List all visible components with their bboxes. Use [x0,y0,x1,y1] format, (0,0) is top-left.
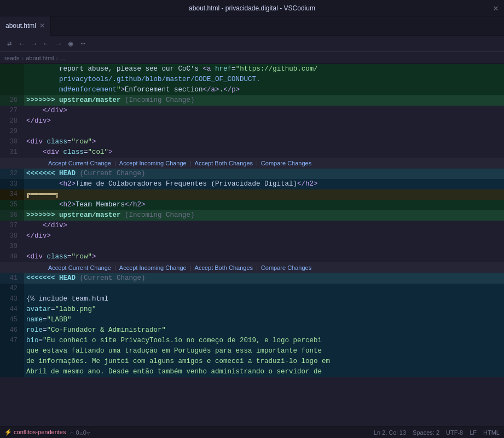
settings-icon[interactable]: ◉ [66,38,76,49]
code-line: 45 name="LABB" [0,315,504,325]
line-number [0,74,24,85]
merge-sep-5: | [190,264,192,271]
language-mode[interactable]: HTML [483,429,500,436]
titlebar-title: about.html - privacidade.digital - VSCod… [189,4,315,12]
tab-about-html[interactable]: about.html ✕ [0,16,51,36]
code-line: report abuse, please see our CoC's <a hr… [0,64,504,74]
tab-close-icon[interactable]: ✕ [39,22,45,30]
line-number: 46 [0,325,24,336]
line-number: 39 [0,241,24,252]
line-content: <div class="row"> [24,252,504,262]
breadcrumb-file[interactable]: about.html [26,55,54,61]
titlebar: about.html - privacidade.digital - VSCod… [0,0,504,16]
line-content: </div> [24,221,504,231]
compare-changes-button-2[interactable]: Compare Changes [261,264,311,271]
line-number: 31 [0,147,24,158]
code-line: 38 </div> [0,231,504,241]
line-number [0,346,24,356]
line-content: Abril de mesmo ano. Desde então também v… [24,367,504,377]
line-content: de informações. Me juntei com alguns ami… [24,356,504,367]
prev-icon[interactable]: ← [16,38,26,49]
merge-sep-6: | [256,264,258,271]
merge-sep-4: | [114,264,116,271]
code-line: de informações. Me juntei com alguns ami… [0,356,504,367]
accept-incoming-change-button-2[interactable]: Accept Incoming Change [119,264,187,271]
line-number: 26 [0,95,24,106]
line-content: <div class="row"> [24,137,504,147]
breadcrumb-sep2: › [56,55,59,61]
code-line: 28 </div> [0,116,504,126]
breadcrumb-reads[interactable]: reads [4,55,20,61]
accept-both-changes-button-1[interactable]: Accept Both Changes [195,160,253,166]
indentation[interactable]: Spaces: 2 [413,429,439,436]
code-line: 46 role="Co-Fundador & Administrador" [0,325,504,336]
breadcrumb-more[interactable]: ... [60,55,65,61]
code-line: 34 ╔══════╗ [0,189,504,200]
code-line: md#enforcement">Enforcement section</a>.… [0,85,504,95]
code-line: 30 <div class="row"> [0,137,504,147]
code-line: 39 [0,241,504,252]
merge-actions-1: Accept Current Change | Accept Incoming … [0,158,504,169]
line-content: </div> [24,231,504,241]
line-number: 27 [0,106,24,116]
next-icon[interactable]: → [29,38,39,49]
git-status[interactable]: ⑃ 0△0▽ [70,429,90,436]
breadcrumb: reads › about.html › ... [0,52,504,64]
line-content: que estava faltando uma tradução em Port… [24,346,504,356]
tabbar: about.html ✕ [0,16,504,36]
line-content: >>>>>>> upstream/master (Incoming Change… [24,210,504,221]
accept-incoming-change-button-1[interactable]: Accept Incoming Change [119,160,187,166]
line-number: 41 [0,273,24,284]
conflicts-status[interactable]: ⚡ conflitos-pendentes [4,429,66,436]
code-line: 33 <h2>Time de Colaboradores Frequentes … [0,179,504,189]
line-content: <<<<<<< HEAD (Current Change) [24,273,504,284]
line-number: 30 [0,137,24,147]
line-content: report abuse, please see our CoC's <a hr… [24,64,504,74]
line-content: {% include team.html [24,294,504,304]
breadcrumb-sep1: › [22,55,24,61]
code-line: 44 avatar="labb.png" [0,304,504,315]
code-line: 31 <div class="col"> [0,147,504,158]
more-icon[interactable]: ⋯ [78,38,88,49]
line-content: bio="Eu conheci o site PrivacyTools.io n… [24,336,504,346]
code-line: 42 [0,284,504,294]
eol[interactable]: LF [470,429,477,436]
merge-sep-1: | [114,160,116,166]
line-number: 37 [0,221,24,231]
close-button[interactable]: ✕ [493,3,499,14]
statusbar: ⚡ conflitos-pendentes ⑃ 0△0▽ Ln 2, Col 1… [0,426,504,438]
next2-icon[interactable]: → [54,38,63,49]
statusbar-left: ⚡ conflitos-pendentes ⑃ 0△0▽ [4,429,90,436]
line-number: 28 [0,116,24,126]
line-number [0,356,24,367]
code-line: 41 <<<<<<< HEAD (Current Change) [0,273,504,284]
code-line: Abril de mesmo ano. Desde então também v… [0,367,504,377]
line-content [24,284,504,294]
accept-both-changes-button-2[interactable]: Accept Both Changes [195,264,253,271]
line-content: </div> [24,116,504,126]
line-content [24,126,504,137]
code-line: 47 bio="Eu conheci o site PrivacyTools.i… [0,336,504,346]
line-number: 35 [0,200,24,210]
prev2-icon[interactable]: ← [41,38,51,49]
line-number: 32 [0,169,24,179]
line-content: <h2>Time de Colaboradores Frequentes (Pr… [24,179,504,189]
code-line: 29 [0,126,504,137]
code-line: 32 <<<<<<< HEAD (Current Change) [0,169,504,179]
encoding[interactable]: UTF-8 [446,429,463,436]
split-icon[interactable]: ⇄ [4,38,14,49]
line-content: <h2>Team Members</h2> [24,200,504,210]
line-content: md#enforcement">Enforcement section</a>.… [24,85,504,95]
statusbar-right: Ln 2, Col 13 Spaces: 2 UTF-8 LF HTML [374,429,500,436]
accept-current-change-button-1[interactable]: Accept Current Change [48,160,111,166]
cursor-position[interactable]: Ln 2, Col 13 [374,429,406,436]
line-number: 44 [0,304,24,315]
line-number: 34 [0,189,24,200]
line-number: 47 [0,336,24,346]
compare-changes-button-1[interactable]: Compare Changes [261,160,311,166]
code-line: privacytools/.github/blob/master/CODE_OF… [0,74,504,85]
accept-current-change-button-2[interactable]: Accept Current Change [48,264,111,271]
line-number: 33 [0,179,24,189]
code-line: 26 >>>>>>> upstream/master (Incoming Cha… [0,95,504,106]
line-number [0,85,24,95]
